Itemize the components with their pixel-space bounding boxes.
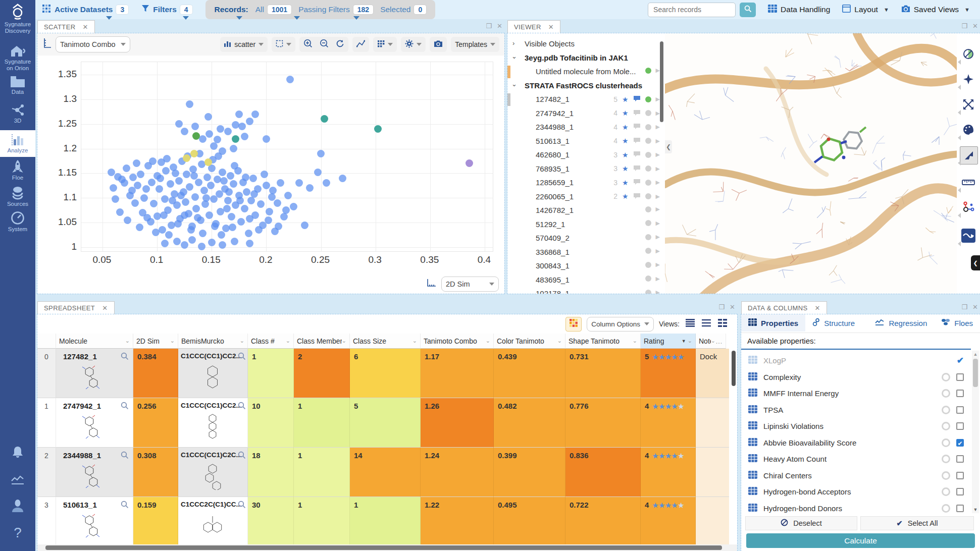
comment-icon[interactable] [633,150,641,159]
property-radio[interactable] [942,455,950,463]
data-point[interactable] [162,167,170,175]
sidebar-item-data[interactable]: Data [0,76,35,95]
column-menu-caret[interactable]: ⌄ [688,338,692,344]
tab-structure[interactable]: Structure [805,314,868,332]
star-icon[interactable]: ★ [622,137,629,145]
data-point[interactable] [200,187,208,194]
records-all-button[interactable]: All1001 [255,5,291,14]
visibility-dot[interactable] [645,234,651,240]
column-menu-caret[interactable]: ⌄ [486,338,490,344]
column-header-Class #[interactable]: Class #⌄ [248,334,294,349]
data-point[interactable] [203,174,211,181]
data-point[interactable] [161,195,169,203]
column-header-Color Tanimoto[interactable]: Color Tanimoto⌄ [494,334,565,349]
data-point[interactable] [207,182,215,189]
data-point[interactable] [275,223,282,230]
notes-cell[interactable]: Dock [696,349,729,398]
comment-icon[interactable] [633,164,641,173]
tool-expand-handle[interactable] [958,110,961,115]
data-point[interactable] [217,125,224,133]
chevron-expand-icon[interactable]: ▶ [656,166,660,172]
visibility-dot[interactable] [645,68,651,74]
column-header-Rating[interactable]: Rating▼⌄ [641,334,696,349]
data-point[interactable] [116,208,124,216]
column-header-Molecule[interactable]: Molecule⌄ [56,334,133,349]
property-checkbox[interactable] [956,505,964,512]
visibility-dot[interactable] [645,166,651,172]
deselect-button[interactable]: Deselect [745,516,857,530]
maximize-icon[interactable]: ❒ [961,22,967,30]
tool-expand-handle[interactable] [958,160,961,166]
data-point[interactable] [161,240,169,247]
data-point[interactable] [172,170,179,177]
rating-cell[interactable]: 4★★★★★ [641,497,696,544]
data-point[interactable] [133,159,140,167]
value-cell[interactable]: 1.24 [421,448,494,497]
property-row[interactable]: XLogP✔ [741,353,971,368]
comment-icon[interactable] [633,123,641,131]
data-point[interactable] [195,179,202,186]
rating-stars[interactable]: ★★★★★ [652,403,684,410]
zoom-out-icon[interactable] [320,39,329,50]
tool-expand-handle[interactable] [958,60,961,65]
data-point[interactable] [142,185,150,193]
bemismurcko-cell[interactable]: C1CCC2C(C1)CC... [178,497,248,544]
chevron-expand-icon[interactable]: ▶ [656,248,660,254]
chevron-right-icon[interactable]: › [512,39,514,47]
visibility-dot[interactable] [645,152,651,158]
data-point[interactable] [282,206,290,214]
tab-viewer[interactable]: VIEWER✕ [507,20,560,33]
data-point[interactable] [234,167,242,175]
comment-icon[interactable] [633,109,641,118]
property-checkbox[interactable] [956,472,964,479]
data-point[interactable] [295,179,303,187]
data-point[interactable] [286,76,294,83]
value-cell[interactable]: 1 [294,448,350,497]
active-datasets-button[interactable]: Active Datasets 3 [42,5,128,15]
property-checkbox[interactable] [956,488,964,495]
tree-scrollbar[interactable] [660,41,663,122]
column-header-Class Member #[interactable]: Class Member #⌄ [294,334,350,349]
value-cell[interactable]: 1.17 [421,349,494,398]
data-point[interactable] [167,180,174,188]
data-point[interactable] [284,192,292,199]
palette-icon[interactable] [960,121,977,138]
data-point[interactable] [231,238,238,245]
chevron-down-icon[interactable]: ⌄ [511,80,517,88]
value-cell[interactable]: 5 [350,398,421,448]
property-radio[interactable] [942,389,950,398]
data-point[interactable] [219,169,226,176]
data-point[interactable] [197,216,204,224]
star-icon[interactable]: ★ [622,179,629,187]
column-header-Notes[interactable]: Notes⌄… [696,334,726,349]
property-radio[interactable] [942,422,950,430]
visibility-dot[interactable] [645,262,651,268]
grid-options-dropdown[interactable] [373,37,397,52]
value-cell[interactable]: 0.439 [494,349,565,398]
measure-icon[interactable] [960,174,977,191]
data-point[interactable] [173,238,181,245]
sidebar-item-3d[interactable]: 3D [0,103,35,124]
data-point[interactable] [374,125,382,133]
sidebar-item-floe[interactable]: Floe [0,159,35,181]
data-point[interactable] [317,150,325,157]
notes-cell[interactable] [696,448,729,497]
data-point[interactable] [131,199,139,207]
scroll-up-icon[interactable]: ▲ [972,351,979,358]
pose-export-icon[interactable] [960,227,977,244]
build-molecule-icon[interactable] [960,199,977,216]
data-point[interactable] [339,175,346,182]
maximize-icon[interactable]: ❒ [961,303,967,311]
magnifier-icon[interactable] [121,451,129,461]
data-point[interactable] [219,241,226,249]
records-all-caret[interactable] [236,16,242,20]
column-menu-caret[interactable]: ⌄ [125,338,130,344]
sidebar-item-sygnature-discovery[interactable]: Sygnature Discovery [0,3,35,34]
star-icon[interactable]: ★ [622,164,629,173]
tree-row[interactable]: ⌄3eyg.pdb Tofacitinib in JAK1 [507,51,665,65]
property-row[interactable]: Hydrogen-bond Acceptors [741,484,971,500]
records-passing-button[interactable]: Passing Filters182 [298,5,373,14]
column-menu-caret[interactable]: ⌄ [170,338,175,344]
data-point[interactable] [237,218,245,226]
scroll-down-icon[interactable]: ▼ [972,506,979,513]
